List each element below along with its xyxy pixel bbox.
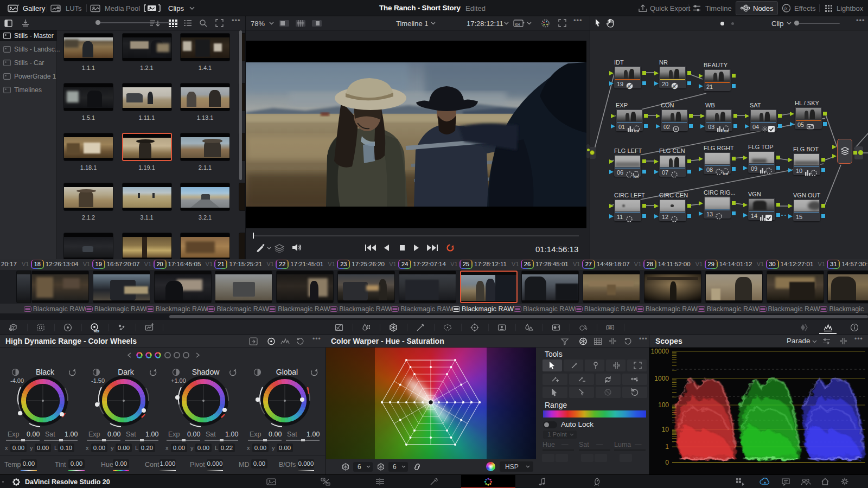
svg-text:HQ: HQ: [516, 23, 520, 26]
svg-text:HDR: HDR: [634, 130, 640, 133]
svg-text:10000: 10000: [651, 348, 669, 355]
svg-text:HDR: HDR: [634, 176, 639, 178]
svg-text:0: 0: [665, 459, 669, 466]
svg-text:fx: fx: [784, 5, 788, 11]
svg-text:HDR: HDR: [724, 130, 729, 133]
svg-text:10: 10: [662, 426, 669, 433]
svg-text:1000: 1000: [654, 375, 669, 382]
svg-text:HDR: HDR: [723, 173, 729, 176]
svg-text:100: 100: [658, 401, 669, 409]
svg-text:HDR: HDR: [94, 330, 99, 333]
svg-text:1: 1: [665, 443, 669, 451]
svg-text:3D: 3D: [608, 326, 613, 330]
